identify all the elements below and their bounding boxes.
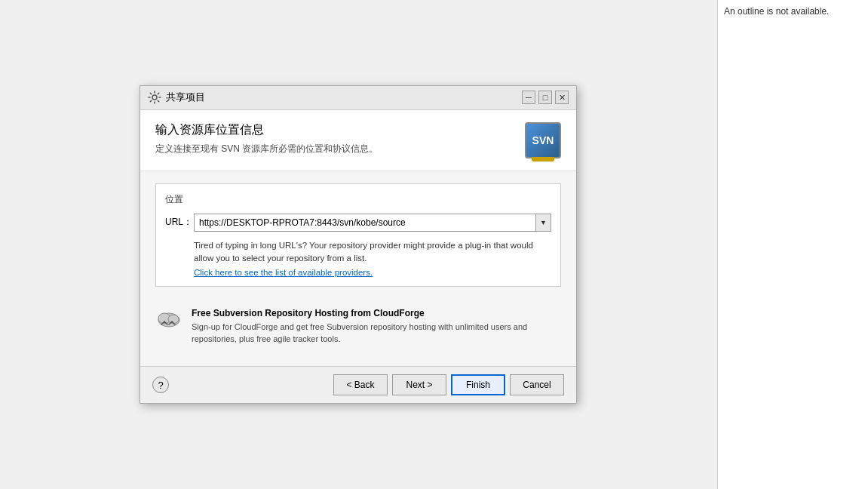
group-label: 位置	[165, 193, 551, 206]
close-button[interactable]: ✕	[555, 91, 569, 104]
cloudforge-section: Free Subversion Repository Hosting from …	[155, 299, 561, 354]
hint-text: Tired of typing in long URL's? Your repo…	[165, 239, 551, 266]
cloudforge-icon	[155, 308, 182, 329]
dialog-overlay: 共享项目 ─ □ ✕ 输入资源库位置信息 定义连接至现有 SVN 资源库所必需的…	[0, 0, 716, 489]
next-button[interactable]: Next >	[392, 374, 446, 395]
dialog-titlebar: 共享项目 ─ □ ✕	[140, 86, 576, 110]
finish-button[interactable]: Finish	[451, 374, 505, 395]
url-dropdown-button[interactable]: ▼	[536, 214, 551, 232]
dialog-title-left: 共享项目	[148, 91, 205, 104]
dialog-title: 共享项目	[166, 91, 205, 104]
location-group: 位置 URL： ▼ Tired of typing in long URL's?…	[155, 183, 561, 288]
dialog-footer: ? < Back Next > Finish Cancel	[140, 366, 576, 403]
share-project-dialog: 共享项目 ─ □ ✕ 输入资源库位置信息 定义连接至现有 SVN 资源库所必需的…	[140, 85, 577, 404]
help-button[interactable]: ?	[152, 377, 169, 393]
cloudforge-text: Free Subversion Repository Hosting from …	[192, 308, 561, 345]
footer-buttons: < Back Next > Finish Cancel	[333, 374, 564, 395]
maximize-button[interactable]: □	[538, 91, 552, 104]
minimize-button[interactable]: ─	[522, 91, 535, 104]
cancel-button[interactable]: Cancel	[510, 374, 564, 395]
svg-point-0	[152, 95, 157, 100]
dialog-body: 位置 URL： ▼ Tired of typing in long URL's?…	[140, 171, 576, 366]
url-input-wrap: ▼	[194, 214, 551, 232]
dialog-header-text: 输入资源库位置信息 定义连接至现有 SVN 资源库所必需的位置和协议信息。	[155, 122, 378, 155]
svn-logo: SVN	[525, 122, 561, 158]
dialog-title-buttons: ─ □ ✕	[522, 91, 569, 104]
dialog-header: 输入资源库位置信息 定义连接至现有 SVN 资源库所必需的位置和协议信息。 SV…	[140, 110, 576, 171]
dialog-subtext: 定义连接至现有 SVN 资源库所必需的位置和协议信息。	[155, 143, 378, 155]
cloudforge-svg-icon	[155, 308, 182, 329]
providers-link[interactable]: Click here to see the list of available …	[165, 268, 551, 277]
cloudforge-heading: Free Subversion Repository Hosting from …	[192, 308, 561, 318]
cloudforge-description: Sign-up for CloudForge and get free Subv…	[192, 321, 561, 345]
url-input[interactable]	[194, 214, 536, 232]
back-button[interactable]: < Back	[333, 374, 388, 395]
gear-icon	[148, 91, 161, 104]
url-label: URL：	[165, 216, 188, 229]
url-row: URL： ▼	[165, 214, 551, 232]
right-panel: An outline is not available.	[717, 0, 868, 489]
dialog-heading: 输入资源库位置信息	[155, 122, 378, 138]
outline-status-text: An outline is not available.	[724, 6, 829, 17]
